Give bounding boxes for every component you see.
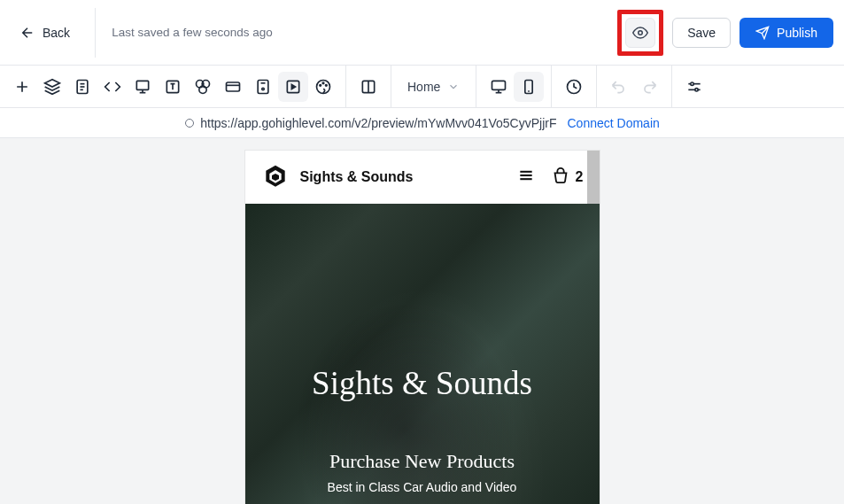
hero-section: Sights & Sounds Purchase New Products Be… [245,204,600,504]
svg-point-35 [695,88,698,90]
history-button[interactable] [559,72,589,102]
cart-button[interactable]: 2 [551,167,584,187]
toolbar: Home [0,66,844,108]
menu-button[interactable] [517,167,535,188]
svg-point-34 [691,82,693,85]
svg-point-23 [326,84,328,86]
credit-card-icon [224,78,242,96]
mobile-view-button[interactable] [514,72,544,102]
svg-point-0 [639,30,643,35]
publish-label: Publish [777,26,817,40]
site-title: Sights & Sounds [300,169,414,185]
svg-rect-15 [258,80,268,93]
svg-point-12 [199,86,206,93]
database-icon [254,78,272,96]
canvas-area: Sights & Sounds 2 Sights & Sounds Purcha… [0,138,844,504]
menu-icon [517,167,535,184]
circle-icon [184,118,195,128]
svg-marker-1 [45,79,60,86]
svg-rect-6 [136,81,148,89]
site-logo [261,163,290,191]
database-button[interactable] [248,72,278,102]
site-header-actions: 2 [517,167,584,188]
preview-url: https://app.gohighlevel.com/v2/preview/m… [184,116,556,130]
file-text-icon [74,78,91,96]
svg-marker-19 [291,84,295,89]
code-icon [104,78,121,96]
monitor-icon [490,78,507,96]
card-button[interactable] [218,72,248,102]
tool-group-layout [345,66,391,107]
columns-icon [360,78,377,96]
url-text: https://app.gohighlevel.com/v2/preview/m… [200,116,556,130]
page-label: Home [407,80,440,94]
connect-domain-link[interactable]: Connect Domain [568,116,660,130]
present-button[interactable] [128,72,158,102]
palette-icon [314,78,332,96]
back-label: Back [43,26,70,40]
header-actions: Save Publish [617,10,833,56]
arrow-left-icon [19,25,35,41]
hero-subtitle-2: Best in Class Car Audio and Video [328,480,517,494]
save-status-text: Last saved a few seconds ago [112,26,273,39]
palette-button[interactable] [188,72,218,102]
layers-button[interactable] [37,72,67,102]
site-header: Sights & Sounds 2 [245,151,600,204]
sliders-icon [685,78,703,96]
settings-button[interactable] [679,72,709,102]
play-box-icon [284,78,302,96]
presentation-icon [134,78,151,96]
preview-button[interactable] [625,18,655,48]
tool-group-settings [672,66,716,107]
tool-group-device [476,66,552,107]
undo-button[interactable] [604,72,634,102]
desktop-view-button[interactable] [484,72,514,102]
redo-button[interactable] [634,72,664,102]
back-button[interactable]: Back [11,19,79,46]
clock-icon [565,78,583,96]
hero-subtitle-1: Purchase New Products [329,450,515,473]
add-button[interactable] [7,72,37,102]
page-selector[interactable]: Home [391,66,476,107]
svg-point-22 [322,82,324,84]
columns-button[interactable] [353,72,383,102]
heading-button[interactable] [158,72,188,102]
tool-group-elements [0,66,345,107]
header-divider [95,8,96,58]
eye-icon [632,25,648,41]
svg-point-36 [186,119,194,127]
hero-title: Sights & Sounds [312,364,532,402]
text-button[interactable] [67,72,97,102]
tool-group-undo [597,66,672,107]
code-button[interactable] [97,72,128,102]
svg-point-16 [262,88,265,90]
cart-count: 2 [576,169,584,185]
svg-rect-26 [492,81,506,89]
shopping-cart-icon [551,167,570,187]
smartphone-icon [520,78,538,96]
media-button[interactable] [278,72,308,102]
send-icon [755,26,770,40]
hexagon-icon [261,163,290,191]
type-icon [164,78,182,96]
svg-rect-13 [227,82,240,91]
mobile-preview-frame[interactable]: Sights & Sounds 2 Sights & Sounds Purcha… [245,151,600,504]
layers-icon [43,78,61,96]
redo-icon [640,78,658,96]
theme-button[interactable] [308,72,338,102]
svg-point-21 [320,84,321,86]
publish-button[interactable]: Publish [739,18,833,48]
tool-group-history [552,66,597,107]
highlight-annotation [617,10,663,56]
undo-icon [610,78,628,96]
plus-icon [13,78,31,96]
save-button[interactable]: Save [672,18,731,48]
chevron-down-icon [447,81,460,93]
url-bar: https://app.gohighlevel.com/v2/preview/m… [0,108,844,138]
color-icon [194,78,212,96]
app-header: Back Last saved a few seconds ago Save P… [0,0,844,66]
